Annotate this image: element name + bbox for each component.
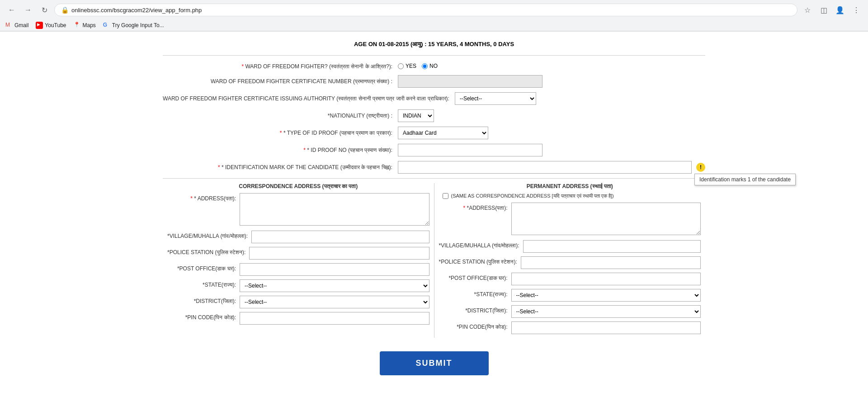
address-text: onlinebssc.com/bscgracom22/view_app_form… (71, 7, 202, 14)
perm-post-label: *POST OFFICE(डाक घर): (439, 273, 511, 282)
perm-state-select[interactable]: --Select-- (511, 289, 701, 302)
corr-pin-label: *PIN CODE(पिन कोड): (167, 312, 240, 321)
perm-post-input[interactable] (511, 273, 701, 285)
corr-district-label: *DISTRICT(जिला): (167, 296, 240, 305)
back-button[interactable]: ← (5, 4, 18, 16)
bookmark-google-input[interactable]: G Try Google Input To... (103, 22, 164, 29)
tooltip-trigger[interactable]: ! (696, 163, 705, 172)
nationality-row: *NATIONALITY (राष्ट्रीयता) : INDIAN OTHE… (163, 109, 705, 122)
youtube-icon: ▶ (36, 22, 43, 29)
corr-address-label: * * ADDRESS(पता): (167, 193, 240, 203)
correspondence-title: CORRESPONDENCE ADDRESS (पत्राचार का पता) (167, 183, 429, 189)
perm-pin-row: *PIN CODE(पिन कोड): (439, 321, 701, 334)
age-line: AGE ON 01-08-2015 (आयु) : 15 YEARS, 4 MO… (163, 36, 705, 56)
page-content: AGE ON 01-08-2015 (आयु) : 15 YEARS, 4 MO… (0, 32, 868, 393)
perm-state-row: *STATE(राज्य): --Select-- (439, 289, 701, 302)
corr-address-textarea[interactable] (240, 193, 429, 226)
id-mark-label: * * IDENTIFICATION MARK OF THE CANDIDATE… (163, 161, 398, 171)
ward-issuing-select[interactable]: --Select-- (455, 92, 536, 105)
bookmark-maps[interactable]: 📍 Maps (74, 22, 96, 29)
extensions-button[interactable]: ◫ (817, 4, 830, 16)
permanent-title: PERMANENT ADDRESS (स्थाई पता) (439, 183, 701, 189)
corr-village-input[interactable] (251, 231, 429, 243)
tooltip-box: Identification marks 1 of the candidate (694, 174, 796, 185)
browser-chrome: ← → ↻ 🔒 onlinebssc.com/bscgracom22/view_… (0, 0, 868, 32)
corr-address-row: * * ADDRESS(पता): (167, 193, 429, 227)
corr-post-row: *POST OFFICE(डाक घर): (167, 263, 429, 276)
corr-post-input[interactable] (240, 263, 429, 276)
perm-district-select[interactable]: --Select-- (511, 305, 701, 318)
address-bar[interactable]: 🔒 onlinebssc.com/bscgracom22/view_app_fo… (54, 4, 797, 16)
perm-pin-input[interactable] (511, 321, 701, 334)
perm-address-row: * *ADDRESS(पता): (439, 203, 701, 236)
id-proof-select[interactable]: Aadhaar Card PAN Card Voter ID Passport (398, 127, 488, 139)
nationality-select[interactable]: INDIAN OTHER (398, 109, 434, 122)
perm-post-row: *POST OFFICE(डाक घर): (439, 273, 701, 285)
correspondence-address-col: CORRESPONDENCE ADDRESS (पत्राचार का पता)… (163, 183, 434, 338)
same-as-checkbox[interactable] (443, 193, 448, 199)
corr-district-row: *DISTRICT(जिला): --Select-- (167, 296, 429, 308)
corr-post-label: *POST OFFICE(डाक घर): (167, 263, 240, 273)
corr-pin-input[interactable] (240, 312, 429, 325)
gmail-icon: M (5, 22, 13, 29)
refresh-button[interactable]: ↻ (38, 4, 51, 16)
perm-state-label: *STATE(राज्य): (439, 289, 511, 298)
perm-police-label: *POLICE STATION (पुलिस स्टेशन): (439, 256, 521, 266)
bookmark-google-label: Try Google Input To... (112, 22, 164, 28)
submit-button[interactable]: SUBMIT (380, 351, 489, 375)
same-as-row: (SAME AS CORRESPONDENCE ADDRESS [यदि पत्… (443, 193, 701, 199)
ward-cert-row: WARD OF FREEDOM FIGHTER CERTIFICATE NUMB… (163, 75, 705, 88)
corr-state-select[interactable]: --Select-- (240, 279, 429, 292)
menu-button[interactable]: ⋮ (850, 4, 863, 16)
corr-police-input[interactable] (249, 247, 429, 260)
perm-village-input[interactable] (523, 240, 701, 253)
perm-address-label: * *ADDRESS(पता): (439, 203, 511, 212)
corr-state-row: *STATE(राज्य): --Select-- (167, 279, 429, 292)
perm-village-label: *VILLAGE/MUHALLA (गांव/मोहल्ला): (439, 240, 523, 250)
id-mark-row: * * IDENTIFICATION MARK OF THE CANDIDATE… (163, 161, 705, 174)
ward-cert-label: WARD OF FREEDOM FIGHTER CERTIFICATE NUMB… (163, 75, 398, 85)
id-proof-no-row: * * ID PROOF NO (पहचान प्रमाण संख्या): (163, 144, 705, 156)
bookmark-star-button[interactable]: ☆ (801, 4, 814, 16)
perm-pin-label: *PIN CODE(पिन कोड): (439, 321, 511, 331)
ward-fighter-no-label[interactable]: NO (422, 63, 438, 69)
ward-fighter-row: * WARD OF FREEDOM FIGHTER? (स्वतंत्रता स… (163, 60, 705, 71)
perm-address-textarea[interactable] (511, 203, 701, 235)
forward-button[interactable]: → (22, 4, 34, 16)
corr-police-label: *POLICE STATION (पुलिस स्टेशन): (167, 247, 249, 256)
perm-district-label: *DISTRICT(जिला): (439, 305, 511, 315)
bookmark-gmail[interactable]: M Gmail (5, 22, 28, 29)
ward-cert-input[interactable] (398, 75, 542, 88)
ward-issuing-label: WARD OF FREEDOM FIGHTER CERTIFICATE ISSU… (163, 92, 455, 103)
lock-icon: 🔒 (61, 6, 69, 14)
perm-district-row: *DISTRICT(जिला): --Select-- (439, 305, 701, 318)
age-text: AGE ON 01-08-2015 (आयु) : 15 YEARS, 4 MO… (354, 41, 514, 47)
ward-issuing-row: WARD OF FREEDOM FIGHTER CERTIFICATE ISSU… (163, 92, 705, 105)
id-mark-input[interactable] (398, 161, 692, 174)
id-proof-type-label: * * TYPE OF ID PROOF (पहचान प्रमाण का प्… (163, 127, 398, 137)
maps-icon: 📍 (74, 22, 81, 29)
bookmark-youtube-label: YouTube (45, 22, 66, 28)
ward-fighter-yes-radio[interactable] (398, 63, 404, 69)
profile-button[interactable]: 👤 (834, 4, 846, 16)
id-proof-no-input[interactable] (398, 144, 542, 156)
ward-fighter-radio-group: YES NO (398, 60, 705, 69)
perm-village-row: *VILLAGE/MUHALLA (गांव/मोहल्ला): (439, 240, 701, 253)
id-proof-type-row: * * TYPE OF ID PROOF (पहचान प्रमाण का प्… (163, 127, 705, 139)
id-proof-no-label: * * ID PROOF NO (पहचान प्रमाण संख्या): (163, 144, 398, 154)
form-container: AGE ON 01-08-2015 (आयु) : 15 YEARS, 4 MO… (154, 32, 714, 393)
bookmark-youtube[interactable]: ▶ YouTube (36, 22, 66, 29)
perm-police-input[interactable] (521, 256, 701, 269)
ward-fighter-yes-label[interactable]: YES (398, 63, 416, 69)
corr-district-select[interactable]: --Select-- (240, 296, 429, 308)
bookmark-gmail-label: Gmail (14, 22, 28, 28)
ward-fighter-label: * WARD OF FREEDOM FIGHTER? (स्वतंत्रता स… (163, 60, 398, 71)
ward-fighter-no-radio[interactable] (422, 63, 428, 69)
corr-police-row: *POLICE STATION (पुलिस स्टेशन): (167, 247, 429, 260)
submit-section: SUBMIT (163, 351, 705, 375)
google-icon: G (103, 22, 110, 29)
corr-village-label: *VILLAGE/MUHALLA (गांव/मोहल्ला): (167, 231, 251, 240)
bookmark-maps-label: Maps (83, 22, 96, 28)
nationality-label: *NATIONALITY (राष्ट्रीयता) : (163, 109, 398, 120)
tooltip-container: ! Identification marks 1 of the candidat… (694, 163, 705, 172)
